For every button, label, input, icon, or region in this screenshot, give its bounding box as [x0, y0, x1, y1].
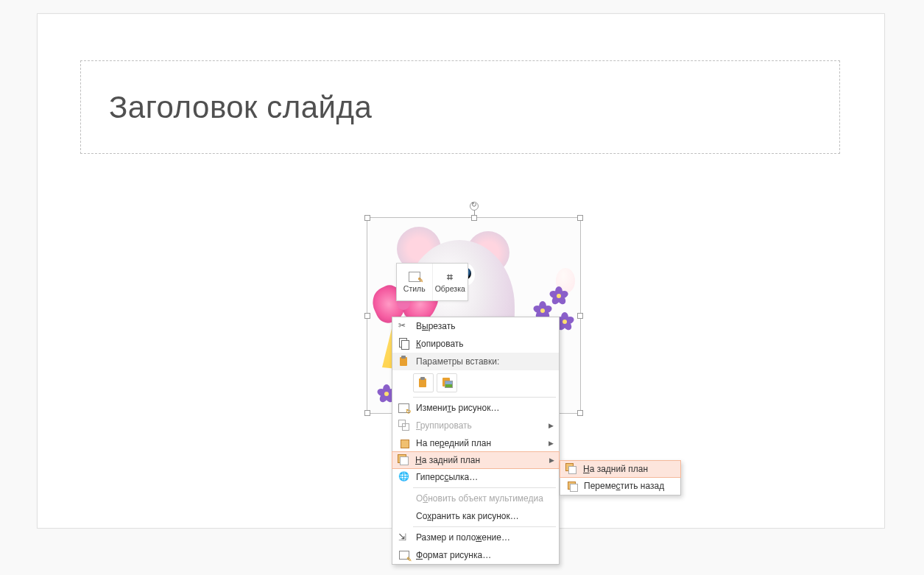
- send-back-label: На задний план: [412, 455, 549, 465]
- hyperlink-label: Гиперссылка…: [413, 472, 556, 482]
- crop-label: Обрезка: [435, 284, 465, 293]
- menu-save-as-picture[interactable]: Сохранить как рисунок…: [392, 507, 559, 525]
- menu-group: Группировать ▶: [392, 417, 559, 434]
- cut-icon: [398, 320, 410, 332]
- paste-picture-icon: [441, 377, 453, 389]
- paste-default-icon: [417, 377, 429, 389]
- menu-paste-header: Параметры вставки:: [392, 353, 559, 370]
- paste-options-row: [392, 370, 559, 395]
- menu-bring-front[interactable]: На передний план ▶: [392, 434, 559, 452]
- cut-label: Вырезать: [413, 321, 556, 331]
- menu-separator: [413, 487, 556, 488]
- copy-icon: [398, 338, 410, 350]
- rotate-handle[interactable]: [470, 202, 479, 211]
- style-button[interactable]: Стиль: [397, 264, 433, 300]
- save-picture-label: Сохранить как рисунок…: [413, 511, 556, 521]
- submenu-arrow-icon: ▶: [549, 456, 557, 464]
- menu-separator: [413, 397, 556, 398]
- send-to-back-label: На задний план: [580, 464, 678, 474]
- style-label: Стиль: [403, 284, 426, 293]
- menu-format-picture[interactable]: Формат рисунка…: [392, 546, 559, 564]
- menu-cut[interactable]: Вырезать: [392, 317, 559, 335]
- menu-separator: [413, 526, 556, 527]
- submenu-arrow-icon: ▶: [549, 440, 556, 447]
- format-picture-icon: [398, 549, 410, 561]
- send-back-icon: [398, 454, 409, 466]
- menu-hyperlink[interactable]: Гиперссылка…: [392, 468, 559, 486]
- submenu-send-backward[interactable]: Переместить назад: [560, 477, 680, 495]
- size-position-label: Размер и положение…: [413, 532, 556, 543]
- send-backward-icon: [566, 480, 578, 492]
- send-back-submenu: На задний план Переместить назад: [560, 460, 681, 495]
- menu-update-media: Обновить объект мультимедиа: [392, 490, 559, 507]
- send-backward-label: Переместить назад: [581, 481, 677, 491]
- menu-size-position[interactable]: Размер и положение…: [392, 529, 559, 546]
- paste-header-label: Параметры вставки:: [413, 356, 556, 367]
- menu-change-picture[interactable]: Изменить рисунок…: [392, 399, 559, 417]
- change-picture-label: Изменить рисунок…: [413, 403, 556, 413]
- copy-label: Копировать: [413, 339, 556, 349]
- group-label: Группировать: [413, 420, 549, 431]
- group-icon: [398, 420, 410, 431]
- title-text: Заголовок слайда: [109, 90, 372, 125]
- update-media-label: Обновить объект мультимедиа: [413, 493, 556, 504]
- send-to-back-icon: [565, 463, 577, 475]
- mini-toolbar: Стиль ⌗ Обрезка: [396, 263, 468, 301]
- context-menu: Вырезать Копировать Параметры вставки: И…: [392, 317, 560, 565]
- hyperlink-icon: [398, 471, 410, 483]
- crop-button[interactable]: ⌗ Обрезка: [433, 264, 468, 300]
- paste-option-picture[interactable]: [437, 373, 457, 392]
- menu-copy[interactable]: Копировать: [392, 335, 559, 353]
- menu-send-back[interactable]: На задний план ▶: [392, 451, 560, 469]
- title-placeholder[interactable]: Заголовок слайда: [80, 60, 840, 154]
- paste-option-default[interactable]: [413, 373, 434, 392]
- size-position-icon: [398, 532, 410, 543]
- paste-icon: [398, 356, 410, 367]
- submenu-send-to-back[interactable]: На задний план: [560, 460, 681, 478]
- submenu-arrow-icon: ▶: [549, 422, 556, 429]
- format-picture-label: Формат рисунка…: [413, 550, 556, 560]
- bring-front-label: На передний план: [413, 438, 549, 448]
- change-picture-icon: [398, 402, 410, 414]
- picture-style-icon: [408, 271, 421, 283]
- crop-icon: ⌗: [443, 271, 456, 283]
- bring-front-icon: [398, 437, 410, 449]
